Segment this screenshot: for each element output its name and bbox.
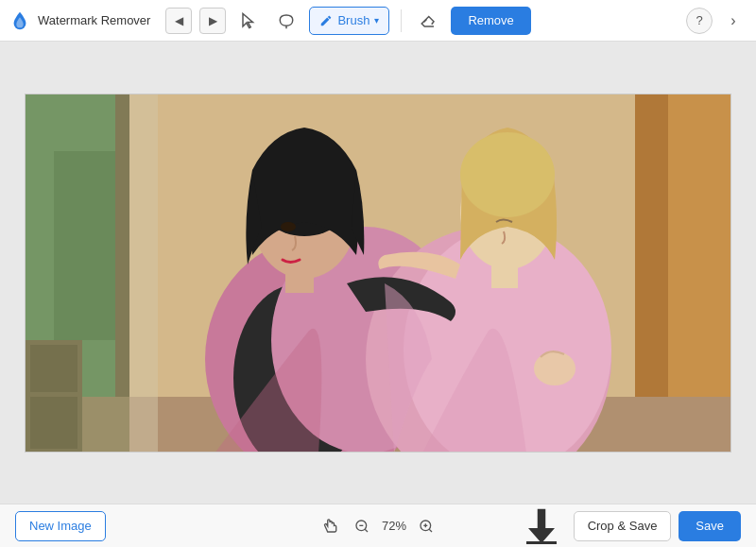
zoom-level: 72% xyxy=(382,519,406,533)
zoom-in-button[interactable] xyxy=(414,514,438,538)
eraser-tool-button[interactable] xyxy=(413,6,443,36)
svg-rect-38 xyxy=(526,541,557,544)
bottom-center: 72% xyxy=(318,514,438,538)
bottom-right: Crop & Save Save xyxy=(524,507,741,545)
zoom-out-button[interactable] xyxy=(350,514,374,538)
new-image-button[interactable]: New Image xyxy=(15,511,106,541)
bottom-left: New Image xyxy=(15,511,106,541)
download-arrow-icon xyxy=(524,507,558,545)
svg-rect-25 xyxy=(491,265,518,288)
titlebar: Watermark Remover ◀ ▶ Brush ▾ Remove ? › xyxy=(0,0,756,42)
svg-marker-37 xyxy=(528,528,555,543)
pan-tool-button[interactable] xyxy=(318,514,342,538)
lasso-tool-button[interactable] xyxy=(271,6,301,36)
svg-point-23 xyxy=(460,132,555,217)
more-button[interactable]: › xyxy=(720,8,747,34)
svg-rect-36 xyxy=(538,509,545,528)
svg-rect-27 xyxy=(26,94,129,453)
brush-tool-button[interactable]: Brush ▾ xyxy=(309,7,389,35)
remove-button[interactable]: Remove xyxy=(451,7,530,35)
select-tool-button[interactable] xyxy=(233,6,264,36)
svg-line-2 xyxy=(424,19,427,22)
crop-save-button[interactable]: Crop & Save xyxy=(574,511,672,541)
svg-rect-24 xyxy=(285,269,314,293)
app-title: Watermark Remover xyxy=(38,13,150,27)
bottom-bar: New Image 72% xyxy=(0,504,756,547)
svg-point-21 xyxy=(281,222,296,231)
svg-rect-28 xyxy=(129,94,158,453)
save-button[interactable]: Save xyxy=(679,511,741,541)
app-logo xyxy=(9,10,30,31)
toolbar-divider xyxy=(401,9,402,32)
redo-button[interactable]: ▶ xyxy=(199,8,226,34)
brush-chevron-icon: ▾ xyxy=(374,15,379,26)
brush-label: Brush xyxy=(337,13,369,27)
svg-line-30 xyxy=(365,529,368,532)
svg-marker-0 xyxy=(243,13,253,27)
svg-line-33 xyxy=(429,529,432,532)
painting-scene xyxy=(26,94,731,453)
canvas-area xyxy=(0,42,756,504)
undo-button[interactable]: ◀ xyxy=(165,8,192,34)
help-button[interactable]: ? xyxy=(686,8,713,34)
image-container[interactable] xyxy=(25,94,731,453)
